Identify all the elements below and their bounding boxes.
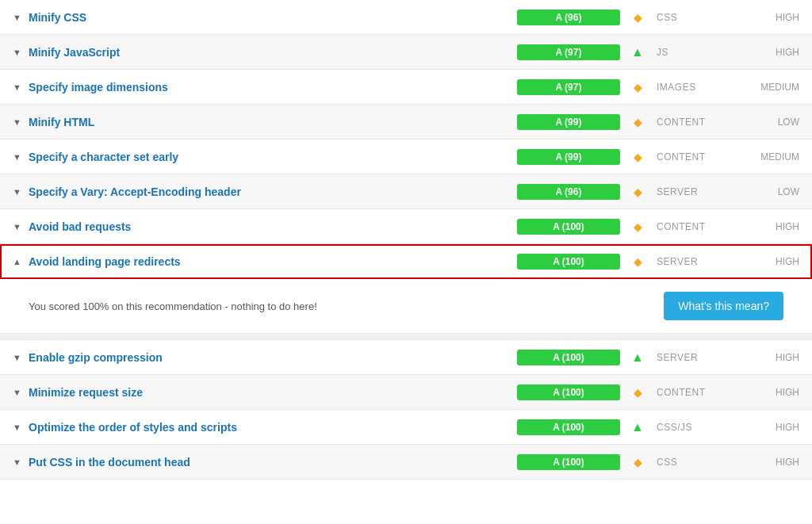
priority-minify-js: HIGH xyxy=(744,47,799,58)
row-title-minify-html[interactable]: Minify HTML xyxy=(29,116,517,128)
score-bar-wrap-specify-charset: A (99) xyxy=(517,149,620,165)
category-minify-html: CONTENT xyxy=(657,117,744,128)
priority-minify-css: HIGH xyxy=(744,12,799,23)
priority-minify-html: LOW xyxy=(744,117,799,128)
trend-diamond-icon: ◆ xyxy=(634,81,642,94)
score-bar-wrap-enable-gzip: A (100) xyxy=(517,350,620,365)
trend-icon-minify-css: ◆ xyxy=(628,11,647,24)
expand-icon-specify-charset[interactable]: ▼ xyxy=(13,152,25,162)
recommendations-table: ▼ Minify CSS A (96) ◆ CSS HIGH ▼ Minify … xyxy=(0,0,812,480)
trend-diamond-icon: ◆ xyxy=(634,151,642,163)
expand-icon-enable-gzip[interactable]: ▼ xyxy=(13,353,25,362)
score-bar-minify-js: A (97) xyxy=(517,44,620,60)
table-row-minify-html: ▼ Minify HTML A (99) ◆ CONTENT LOW xyxy=(0,105,812,140)
score-bar-wrap-optimize-order-styles: A (100) xyxy=(517,419,620,435)
category-minify-js: JS xyxy=(657,47,744,58)
trend-diamond-icon: ◆ xyxy=(634,255,642,268)
expanded-text-avoid-landing-redirects: You scored 100% on this recommendation -… xyxy=(29,300,317,312)
table-row-minify-js: ▼ Minify JavaScript A (97) ▲ JS HIGH xyxy=(0,35,812,70)
score-bar-specify-vary: A (96) xyxy=(517,184,620,200)
table-row-minimize-request-size: ▼ Minimize request size A (100) ◆ CONTEN… xyxy=(0,375,812,410)
expand-icon-specify-image-dimensions[interactable]: ▼ xyxy=(13,82,25,92)
score-bar-minimize-request-size: A (100) xyxy=(517,384,620,400)
category-minimize-request-size: CONTENT xyxy=(657,387,744,398)
row-title-avoid-landing-redirects[interactable]: Avoid landing page redirects xyxy=(29,255,517,268)
expand-icon-minify-html[interactable]: ▼ xyxy=(13,117,25,127)
priority-specify-image-dimensions: MEDIUM xyxy=(744,82,799,93)
category-avoid-bad-requests: CONTENT xyxy=(657,221,744,232)
expanded-content-avoid-landing-redirects: You scored 100% on this recommendation -… xyxy=(0,279,812,334)
score-bar-wrap-put-css-head: A (100) xyxy=(517,454,620,470)
score-bar-avoid-bad-requests: A (100) xyxy=(517,219,620,235)
score-bar-wrap-avoid-landing-redirects: A (100) xyxy=(517,254,620,270)
trend-diamond-icon: ◆ xyxy=(634,116,642,128)
trend-icon-put-css-head: ◆ xyxy=(628,456,647,469)
table-row-avoid-bad-requests: ▼ Avoid bad requests A (100) ◆ CONTENT H… xyxy=(0,209,812,244)
trend-up-icon: ▲ xyxy=(631,45,644,59)
trend-icon-specify-vary: ◆ xyxy=(628,186,647,198)
priority-specify-charset: MEDIUM xyxy=(744,151,799,163)
category-specify-vary: SERVER xyxy=(657,186,744,197)
trend-diamond-icon: ◆ xyxy=(634,386,642,399)
trend-icon-optimize-order-styles: ▲ xyxy=(628,420,647,434)
score-bar-wrap-minify-js: A (97) xyxy=(517,44,620,60)
row-title-put-css-head[interactable]: Put CSS in the document head xyxy=(29,456,517,469)
priority-optimize-order-styles: HIGH xyxy=(744,422,799,433)
table-row-avoid-landing-redirects: ▲ Avoid landing page redirects A (100) ◆… xyxy=(0,244,812,279)
trend-icon-avoid-landing-redirects: ◆ xyxy=(628,255,647,268)
expand-icon-minimize-request-size[interactable]: ▼ xyxy=(13,388,25,397)
row-title-minify-css[interactable]: Minify CSS xyxy=(29,11,517,24)
priority-minimize-request-size: HIGH xyxy=(744,387,799,398)
expand-icon-specify-vary[interactable]: ▼ xyxy=(13,187,25,197)
table-row-specify-charset: ▼ Specify a character set early A (99) ◆… xyxy=(0,140,812,174)
score-bar-wrap-specify-image-dimensions: A (97) xyxy=(517,79,620,95)
row-title-minimize-request-size[interactable]: Minimize request size xyxy=(29,386,517,399)
trend-icon-enable-gzip: ▲ xyxy=(628,350,647,365)
score-bar-wrap-minimize-request-size: A (100) xyxy=(517,384,620,400)
score-bar-specify-charset: A (99) xyxy=(517,149,620,165)
table-row-minify-css: ▼ Minify CSS A (96) ◆ CSS HIGH xyxy=(0,0,812,35)
expand-icon-minify-css[interactable]: ▼ xyxy=(13,13,25,22)
score-bar-avoid-landing-redirects: A (100) xyxy=(517,254,620,270)
trend-diamond-icon: ◆ xyxy=(634,456,642,469)
row-title-enable-gzip[interactable]: Enable gzip compression xyxy=(29,351,517,364)
score-bar-wrap-minify-html: A (99) xyxy=(517,114,620,130)
row-title-specify-image-dimensions[interactable]: Specify image dimensions xyxy=(29,81,517,94)
priority-enable-gzip: HIGH xyxy=(744,352,799,363)
row-title-avoid-bad-requests[interactable]: Avoid bad requests xyxy=(29,220,517,233)
trend-icon-minify-html: ◆ xyxy=(628,116,647,128)
category-optimize-order-styles: CSS/JS xyxy=(657,422,744,433)
score-bar-wrap-minify-css: A (96) xyxy=(517,10,620,25)
priority-put-css-head: HIGH xyxy=(744,457,799,468)
expand-icon-avoid-landing-redirects[interactable]: ▲ xyxy=(13,257,25,266)
expand-icon-avoid-bad-requests[interactable]: ▼ xyxy=(13,222,25,231)
expand-icon-optimize-order-styles[interactable]: ▼ xyxy=(13,423,25,432)
score-bar-minify-html: A (99) xyxy=(517,114,620,130)
trend-diamond-icon: ◆ xyxy=(634,11,642,24)
priority-avoid-landing-redirects: HIGH xyxy=(744,256,799,267)
score-bar-put-css-head: A (100) xyxy=(517,454,620,470)
row-title-specify-charset[interactable]: Specify a character set early xyxy=(29,151,517,163)
table-row-optimize-order-styles: ▼ Optimize the order of styles and scrip… xyxy=(0,410,812,445)
category-specify-charset: CONTENT xyxy=(657,151,744,163)
category-put-css-head: CSS xyxy=(657,457,744,468)
trend-diamond-icon: ◆ xyxy=(634,220,642,233)
row-title-optimize-order-styles[interactable]: Optimize the order of styles and scripts xyxy=(29,421,517,434)
category-avoid-landing-redirects: SERVER xyxy=(657,256,744,267)
trend-icon-minify-js: ▲ xyxy=(628,45,647,59)
expand-icon-put-css-head[interactable]: ▼ xyxy=(13,457,25,467)
score-bar-wrap-avoid-bad-requests: A (100) xyxy=(517,219,620,235)
trend-up-icon: ▲ xyxy=(631,420,644,434)
row-title-minify-js[interactable]: Minify JavaScript xyxy=(29,46,517,59)
category-specify-image-dimensions: IMAGES xyxy=(657,82,744,93)
score-bar-minify-css: A (96) xyxy=(517,10,620,25)
priority-specify-vary: LOW xyxy=(744,186,799,197)
table-row-specify-vary: ▼ Specify a Vary: Accept-Encoding header… xyxy=(0,174,812,209)
score-bar-wrap-specify-vary: A (96) xyxy=(517,184,620,200)
category-enable-gzip: SERVER xyxy=(657,352,744,363)
score-bar-optimize-order-styles: A (100) xyxy=(517,419,620,435)
section-divider xyxy=(0,334,812,340)
whats-this-mean-button[interactable]: What's this mean? xyxy=(664,292,783,320)
expand-icon-minify-js[interactable]: ▼ xyxy=(13,48,25,57)
row-title-specify-vary[interactable]: Specify a Vary: Accept-Encoding header xyxy=(29,186,517,198)
